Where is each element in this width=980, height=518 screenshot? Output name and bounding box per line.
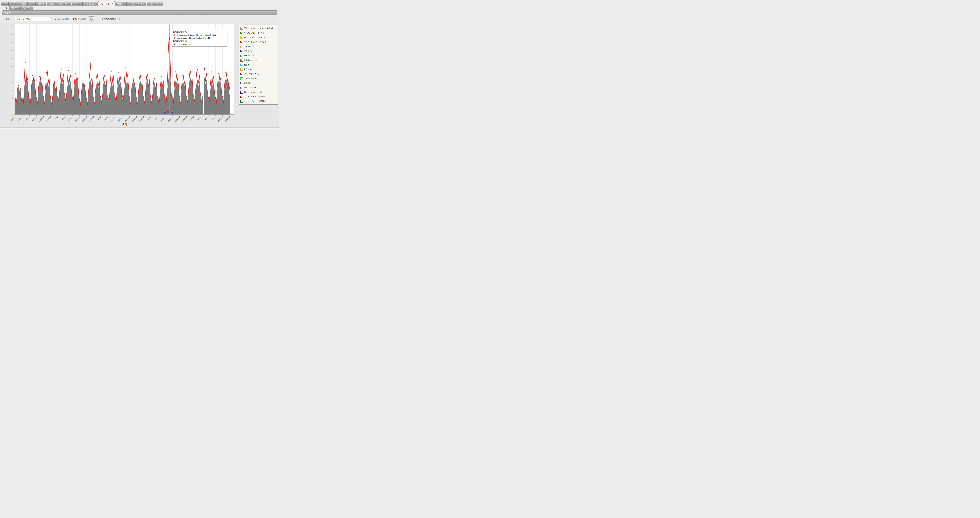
legend-item-1[interactable]: + アクティビティイベント — [240, 30, 278, 35]
legend-label-8: 発情イベント — [244, 64, 254, 66]
legend-item-11[interactable]: 診断処置イベント — [240, 76, 278, 81]
legend-checkbox-4[interactable] — [240, 46, 243, 48]
legend-item-16[interactable]: アクティビティ - 24時間合計 — [240, 99, 278, 104]
legend-label-1: + アクティビティイベント — [244, 32, 264, 34]
checkmark-icon — [241, 55, 243, 57]
from-date-value: 5/11/2022 — [61, 18, 69, 20]
main-tab-3[interactable]: 給餌 — [28, 2, 35, 6]
svg-text:10/6/2017: 10/6/2017 — [224, 116, 231, 122]
svg-text:9/9/2017: 9/9/2017 — [32, 116, 38, 122]
legend-checkbox-3[interactable] — [240, 41, 243, 43]
legend-label-13: セッション乳量 — [244, 87, 256, 89]
legend-checkbox-6[interactable] — [240, 54, 243, 57]
checkmark-icon — [241, 41, 243, 43]
sub-tab-bar: 日時搾乳日数相対グラフ — [2, 6, 33, 10]
legend-item-6[interactable]: 分娩イベント — [240, 54, 278, 58]
svg-text:9/16/2017: 9/16/2017 — [81, 116, 88, 122]
main-tab-9[interactable]: アクティビティ — [98, 1, 115, 6]
svg-text:10/1/2017: 10/1/2017 — [189, 116, 195, 122]
red-triangle-icon — [173, 43, 176, 45]
refresh-icon — [90, 18, 93, 21]
xaxis-range-header: X軸範囲 — [2, 10, 277, 16]
svg-text:9/28/2017: 9/28/2017 — [167, 116, 173, 122]
chevron-down-icon: ▼ — [48, 17, 49, 21]
svg-text:9/11/2017: 9/11/2017 — [46, 116, 52, 122]
range-preset-dropdown[interactable]: 最新60日 + 本日 ▼ — [15, 17, 50, 21]
legend-item-8[interactable]: 発情イベント — [240, 62, 278, 67]
main-tab-2[interactable]: 搾乳 — [20, 2, 28, 6]
sub-tab-1[interactable]: 搾乳日数 — [9, 6, 20, 10]
xaxis-range-title: X軸範囲 — [4, 12, 11, 14]
main-tab-7[interactable]: BCSカメラ — [69, 2, 82, 6]
tooltip-time-1: 9/27/2017 2:00 PM — [173, 30, 225, 33]
legend-checkbox-10[interactable] — [240, 73, 243, 75]
svg-text:22: 22 — [11, 105, 14, 107]
person-icon — [173, 34, 176, 36]
from-date-field[interactable]: 5/11/2022 ▼ — [60, 17, 71, 21]
to-date-field[interactable]: 7/10/2022 ▼ — [77, 17, 88, 21]
to-label: まで: — [73, 18, 77, 21]
main-tab-6[interactable]: 泌乳グラフ — [56, 2, 69, 6]
legend-item-3[interactable]: +++ アクティビティイベント — [240, 40, 278, 44]
legend-item-5[interactable]: 授精イベント — [240, 49, 278, 53]
main-tab-1[interactable]: イベント — [9, 2, 20, 6]
legend-checkbox-9[interactable] — [240, 68, 243, 71]
sub-tab-0[interactable]: 日時 — [2, 6, 9, 10]
sub-tab-2[interactable]: 相対グラフ — [21, 6, 33, 10]
svg-text:10/2/2017: 10/2/2017 — [196, 116, 202, 122]
checkmark-icon — [241, 73, 243, 75]
refresh-button[interactable] — [89, 16, 94, 22]
checkmark-icon — [241, 96, 243, 98]
legend-item-12[interactable]: 日別乳量 — [240, 81, 278, 86]
red-line-marker-icon — [173, 37, 176, 39]
legend-checkbox-13[interactable] — [240, 87, 243, 89]
svg-text:9/20/2017: 9/20/2017 — [110, 116, 116, 122]
herd-activity-window: 基本イベント搾乳給餌分娩履歴系統図泌乳グラフBCSカメラHerd Navigat… — [0, 0, 279, 129]
activity-chart[interactable]: 0224466881101321541761982202429/6/20179/… — [0, 23, 279, 128]
legend-item-13[interactable]: セッション乳量 — [240, 86, 278, 90]
continuous-scale-label: 全ての連続スケール — [103, 18, 121, 21]
legend-checkbox-15[interactable] — [240, 96, 243, 98]
legend-item-14[interactable]: 相対アクティビティ(%) — [240, 90, 278, 94]
chevron-down-icon: ▼ — [86, 17, 87, 21]
chevron-down-icon: ▼ — [69, 17, 70, 21]
legend-checkbox-12[interactable] — [240, 82, 243, 84]
svg-text:154: 154 — [11, 57, 13, 59]
main-tab-4[interactable]: 分娩履歴 — [35, 2, 46, 6]
main-tab-12[interactable]: パフォーマンス — [146, 2, 163, 6]
legend-checkbox-14[interactable] — [240, 91, 243, 94]
legend-item-2[interactable]: ++ アクティビティイベント — [240, 35, 278, 40]
legend-checkbox-0[interactable] — [240, 27, 243, 30]
svg-text:9/13/2017: 9/13/2017 — [60, 116, 66, 122]
legend-item-9[interactable]: 乾乳イベント — [240, 67, 278, 72]
svg-text:198: 198 — [11, 41, 13, 43]
main-tab-0[interactable]: 基本 — [1, 2, 9, 6]
svg-text:9/6/2017: 9/6/2017 — [10, 116, 16, 122]
legend-checkbox-16[interactable] — [240, 100, 243, 103]
legend-checkbox-1[interactable] — [240, 32, 243, 34]
main-tab-10[interactable]: AMS設定 — [115, 2, 126, 6]
range-label: 範囲: — [6, 18, 11, 21]
tooltip-event-row: +++ Activity Event — [173, 43, 225, 46]
series-legend: 平均アクティビティレベル - 6時間合計+ アクティビティイベント++ アクティ… — [239, 25, 278, 105]
legend-item-15[interactable]: アクティビティ - 6時間合計 — [240, 94, 278, 99]
legend-checkbox-11[interactable] — [240, 78, 243, 80]
legend-checkbox-5[interactable] — [240, 50, 243, 53]
checkmark-icon — [241, 59, 243, 61]
continuous-scale-checkbox[interactable] — [100, 18, 102, 20]
main-tab-5[interactable]: 系統図 — [47, 2, 56, 6]
legend-item-7[interactable]: 妊娠鑑定イベント — [240, 58, 278, 62]
svg-text:88: 88 — [11, 81, 14, 83]
legend-item-0[interactable]: 平均アクティビティレベル - 6時間合計 — [240, 26, 278, 30]
svg-text:10/4/2017: 10/4/2017 — [210, 116, 216, 122]
main-tab-8[interactable]: Herd Navigator — [82, 2, 98, 6]
legend-checkbox-8[interactable] — [240, 64, 243, 66]
legend-label-11: 診断処置イベント — [244, 78, 258, 80]
legend-item-10[interactable]: グループ変更イベント — [240, 72, 278, 76]
main-tab-11[interactable]: ゲート通過イベント — [126, 2, 146, 6]
legend-label-10: グループ変更イベント — [244, 73, 261, 75]
from-label: から: — [55, 18, 60, 21]
legend-checkbox-7[interactable] — [240, 59, 243, 62]
legend-checkbox-2[interactable] — [240, 36, 243, 39]
legend-item-4[interactable]: メモイベント — [240, 44, 278, 49]
